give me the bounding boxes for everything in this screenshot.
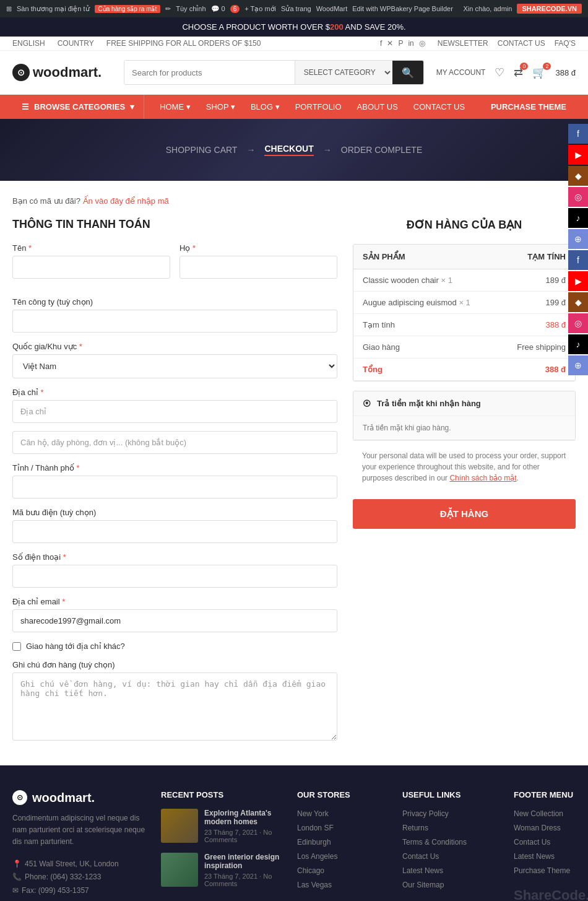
category-select[interactable]: SELECT CATEGORY (295, 61, 392, 84)
admin-bar: ⊞ Sàn thương mại điện tử Cửa hàng sắp ra… (0, 0, 588, 17)
compare-button[interactable]: ⇄ 0 (514, 66, 523, 79)
instagram-icon-utility[interactable]: ◎ (419, 39, 425, 48)
last-name-input[interactable] (179, 256, 337, 279)
wishlist-button[interactable]: ♡ (495, 66, 504, 79)
post1-title[interactable]: Exploring Atlanta's modern homes (204, 809, 285, 826)
nav-about[interactable]: ABOUT US (351, 95, 404, 119)
sidebar-brown2-button[interactable]: ◆ (568, 292, 588, 312)
phone-input[interactable] (12, 565, 337, 588)
cart-button[interactable]: 🛒 2 (532, 66, 546, 79)
social-icons-utility: f ✕ P in ◎ (380, 39, 425, 48)
sidebar-facebook2-button[interactable]: f (568, 250, 588, 270)
search-input[interactable] (124, 61, 295, 84)
company-input[interactable] (12, 310, 337, 333)
breadcrumb-step3: ORDER COMPLETE (341, 145, 422, 155)
nav-bar: ☰ BROWSE CATEGORIES ▾ HOME ▾ SHOP ▾ BLOG… (0, 95, 588, 119)
sidebar-facebook-button[interactable]: f (568, 124, 588, 144)
footer-description: Condimentum adipiscing vel neque dis nam… (12, 812, 149, 848)
language-selector[interactable]: ENGLISH (12, 39, 45, 48)
contact-us-link[interactable]: CONTACT US (498, 39, 545, 48)
customize-label[interactable]: Tùy chỉnh (176, 5, 205, 13)
site-name[interactable]: WoodMart (316, 5, 348, 12)
post2-title[interactable]: Green interior design inspiration (204, 853, 285, 870)
place-order-button[interactable]: Đặt hàng (353, 499, 576, 529)
nav-blog[interactable]: BLOG ▾ (244, 95, 286, 119)
city-input[interactable] (12, 476, 337, 498)
promo-bar: CHOOSE A PRODUCT WORTH OVER $200 AND SAV… (0, 17, 588, 37)
different-address-label[interactable]: Giao hàng tới địa chỉ khác? (26, 642, 125, 651)
link-news: Latest News (402, 866, 501, 875)
order-box: SẢN PHẨM TẠM TÍNH Classic wooden chair ×… (353, 244, 576, 381)
nav-home[interactable]: HOME ▾ (153, 95, 197, 119)
shipping-label: Giao hàng (363, 342, 400, 352)
first-name-input[interactable] (12, 256, 170, 279)
sidebar-brown-button[interactable]: ◆ (568, 166, 588, 186)
notes-textarea[interactable] (12, 672, 337, 741)
nav-shop[interactable]: SHOP ▾ (200, 95, 241, 119)
facebook-icon-utility[interactable]: f (380, 39, 382, 48)
pinterest-icon-utility[interactable]: P (398, 39, 403, 48)
company-label: Tên công ty (tuỳ chọn) (12, 297, 337, 307)
footer-recent-posts: RECENT POSTS Exploring Atlanta's modern … (161, 790, 285, 901)
my-account-link[interactable]: MY ACCOUNT (436, 68, 486, 77)
total-label: Tổng (363, 365, 383, 374)
last-name-label: Họ * (179, 243, 337, 253)
shipping-notice: FREE SHIPPING FOR ALL ORDERS OF $150 (106, 39, 261, 48)
new-label[interactable]: + Tạo mới (244, 5, 276, 13)
purchase-theme-button[interactable]: PURCHASE THEME (482, 95, 576, 119)
newsletter-link[interactable]: NEWSLETTER (438, 39, 488, 48)
main-content: Bạn có mã ưu đãi? Ấn vào đây để nhập mã … (0, 181, 588, 765)
search-button[interactable]: 🔍 (392, 61, 423, 84)
email-input[interactable] (12, 609, 337, 632)
post2-image (161, 853, 198, 887)
faq-link[interactable]: FAQ'S (555, 39, 576, 48)
sidebar-tiktok-button[interactable]: ♪ (568, 208, 588, 228)
menu-latest-news: Latest News (514, 851, 588, 861)
chevron-down-icon: ▾ (130, 102, 134, 111)
different-address-checkbox[interactable] (12, 642, 21, 651)
email-group: Địa chỉ email * (12, 597, 337, 632)
store-los-angeles: Los Angeles (297, 851, 390, 861)
breadcrumb-step2[interactable]: CHECKOUT (264, 144, 313, 156)
coupon-link[interactable]: Ấn vào đây để nhập mã (83, 196, 169, 206)
logo[interactable]: ⊙ woodmart. (12, 64, 111, 81)
sidebar-discord2-button[interactable]: ⊕ (568, 355, 588, 375)
sidebar-youtube2-button[interactable]: ▶ (568, 271, 588, 291)
browse-categories-button[interactable]: ☰ BROWSE CATEGORIES ▾ (12, 95, 144, 119)
sidebar-youtube-button[interactable]: ▶ (568, 145, 588, 165)
edit-builder[interactable]: Edit with WPBakery Page Builder (352, 5, 453, 12)
payment-section: ⦿ Trả tiền mặt khi nhận hàng Trả tiền mặ… (353, 391, 576, 440)
privacy-policy-link[interactable]: Chính sách bảo mật (449, 474, 516, 482)
country-select[interactable]: Việt Nam (12, 354, 337, 378)
linkedin-icon-utility[interactable]: in (408, 39, 413, 48)
item2-name: Augue adipiscing euismod × 1 (363, 298, 470, 307)
footer-menu-list: New Collection Woman Dress Contact Us La… (514, 809, 588, 875)
sidebar-instagram2-button[interactable]: ◎ (568, 313, 588, 333)
new-count[interactable]: 6 (230, 5, 240, 13)
nav-contact[interactable]: CONTACT US (407, 95, 471, 119)
store-status[interactable]: Cửa hàng sắp ra mắt (95, 5, 161, 13)
postcode-input[interactable] (12, 520, 337, 543)
sidebar-tiktok2-button[interactable]: ♪ (568, 334, 588, 354)
store-london: London SF (297, 823, 390, 832)
breadcrumb-step1[interactable]: SHOPPING CART (166, 145, 238, 155)
country-selector[interactable]: COUNTRY (58, 39, 94, 48)
edit-page[interactable]: Sửa trang (281, 5, 311, 13)
sidebar-discord-button[interactable]: ⊕ (568, 229, 588, 249)
post1-image (161, 809, 198, 843)
link-privacy: Privacy Policy (402, 809, 501, 818)
subtotal-value: 388 đ (545, 320, 566, 329)
sidebar-instagram-button[interactable]: ◎ (568, 187, 588, 207)
payment-option-cod[interactable]: ⦿ Trả tiền mặt khi nhận hàng (353, 391, 575, 416)
nav-portfolio[interactable]: PORTFOLIO (289, 95, 348, 119)
promo-text: CHOOSE A PRODUCT WORTH OVER $ (182, 22, 330, 32)
comment-icon[interactable]: 💬 0 (211, 5, 225, 13)
billing-title: THÔNG TIN THANH TOÁN (12, 218, 337, 231)
footer-grid: ⊙ woodmart. Condimentum adipiscing vel n… (12, 790, 576, 901)
different-address-group: Giao hàng tới địa chỉ khác? (12, 642, 337, 651)
subtotal-row: Tạm tính 388 đ (353, 314, 575, 336)
footer-our-stores: OUR STORES New York London SF Edinburgh … (297, 790, 390, 901)
address-input[interactable] (12, 400, 337, 423)
address2-input[interactable] (12, 431, 337, 454)
twitter-icon-utility[interactable]: ✕ (387, 39, 393, 48)
